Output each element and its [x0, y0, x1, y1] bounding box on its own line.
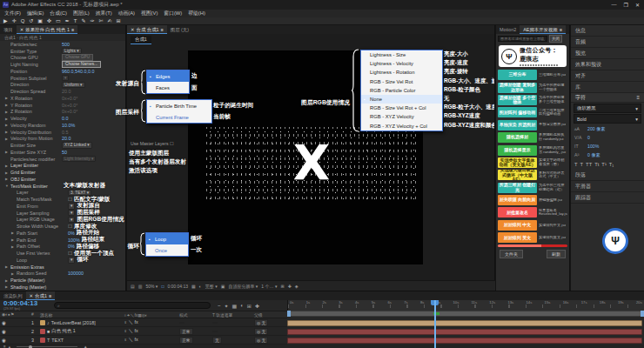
layer-name-cell[interactable]: T TEXT [38, 338, 122, 343]
effect-row[interactable]: ▶ Grid Emitter [0, 169, 125, 176]
character-setting-row[interactable]: Aª 0 像素 [571, 151, 644, 159]
menu-item[interactable]: 编辑(E) [27, 10, 44, 17]
effect-row[interactable]: ▶ Particle (Master) [0, 277, 125, 284]
comp-navigator-chip[interactable]: 合成1 [131, 36, 151, 44]
effect-row[interactable]: Direction Spread 20.0 [0, 88, 125, 95]
panel-menu-icon[interactable]: ≡ [560, 27, 562, 32]
menu-option[interactable]: RGB - Size Vel Rot + Col [361, 104, 442, 112]
panel-menu-icon[interactable]: ≡ [161, 27, 164, 32]
effect-row[interactable]: Stroke Width Usage ☐ 厚度修改 [0, 223, 125, 230]
work-area-end-handle[interactable] [641, 311, 644, 317]
panel-menu-icon[interactable]: ≡ [71, 27, 74, 32]
dock-panel-tab[interactable]: 音频 [571, 37, 644, 48]
layer-switches[interactable]: ♀ ＼ fx [122, 328, 178, 334]
time-ruler[interactable]: 0s1s2s3s4s5s6s7s8s9s10s11s12s13s14s15s16… [287, 300, 644, 311]
timeline-toggle-icon[interactable]: ▦ [232, 303, 238, 309]
dock-panel-tab[interactable]: 信息 [571, 25, 644, 37]
panel-menu-icon[interactable]: ≡ [636, 95, 640, 100]
work-area-start-handle[interactable] [287, 311, 291, 317]
effect-row[interactable]: Use First Vertex ☐ 使用第一个顶点 [0, 250, 125, 257]
dropdown-option[interactable]: Current Frame [147, 111, 211, 123]
property-value[interactable]: 100000 [68, 271, 84, 276]
script-button[interactable]: 实现类似文字集体动画（英文版AE） [498, 157, 537, 168]
menu-item[interactable]: 视图(V) [141, 10, 158, 17]
col-trkmat[interactable]: T 轨道遮罩 [211, 312, 252, 318]
viewer-bar-item[interactable]: ◈ [295, 284, 299, 289]
layer-row[interactable]: ◉ 3 T TEXT ♀ ＼ fx 正常 无 ◎ 无 [0, 336, 287, 345]
dock-panel-tab[interactable]: 库 [571, 82, 644, 93]
tool-icon[interactable]: ▭ [56, 17, 61, 24]
property-value[interactable]: 0.0 [62, 116, 69, 121]
timeline-toggle-icon[interactable]: ✦ [225, 303, 229, 309]
character-setting-row[interactable]: 🗚 200 像素 [571, 124, 644, 133]
tab-composition[interactable]: ✕ 合成 合成1 ≡ [127, 25, 167, 34]
layer-duration-bar[interactable] [287, 320, 642, 326]
tool-icon[interactable]: ↺ [29, 17, 33, 24]
property-value[interactable]: 10.0% [62, 123, 75, 128]
style-toggle[interactable]: T [580, 162, 584, 167]
viewer-bar-item[interactable]: 50% ▾ [145, 284, 158, 289]
layer-row[interactable]: ◉ 2 ■ 白色 纯色 1 ♀ ＼ fx 正常 ◎ 无 [0, 327, 287, 336]
property-value[interactable]: 100% [68, 238, 80, 243]
layer-name-cell[interactable]: ♪ TextLoverBeat [2018] [38, 320, 122, 325]
character-setting-value[interactable]: 0 像素 [587, 152, 600, 158]
playhead[interactable] [434, 300, 436, 348]
menu-option[interactable]: Lightness - Velocity [361, 59, 442, 68]
viewer-bar-item[interactable]: ✚ [288, 284, 292, 289]
tool-icon[interactable]: T [74, 17, 77, 24]
menu-option[interactable]: RGB - XYZ Velocity [361, 112, 442, 121]
effect-row[interactable]: ▶ Emission Extras [0, 264, 125, 271]
folder-button[interactable]: 文件夹 [500, 250, 523, 258]
effect-row[interactable]: ▶ Shading (Master) [0, 284, 125, 291]
expand-icon[interactable]: ≡ [3, 345, 6, 348]
refresh-button[interactable]: 刷新 [547, 250, 566, 258]
maximize-button[interactable]: ❐ [624, 2, 628, 8]
script-button[interactable]: 选择层创建 复制多边形体 [498, 83, 537, 93]
font-family-select[interactable]: 微软雅黑▾ [574, 104, 641, 113]
menu-item[interactable]: 动画(A) [118, 10, 135, 17]
style-toggle[interactable]: T₁ [609, 162, 614, 167]
menu-option[interactable]: Lightness - Size [361, 50, 442, 59]
panel-menu-icon[interactable]: ≡ [49, 293, 51, 298]
font-style-select[interactable]: Bold▾ [574, 114, 641, 124]
script-button[interactable]: 层层排列 中文 [498, 220, 537, 231]
dropdown-option[interactable]: ▪ Edges [147, 70, 189, 82]
property-value[interactable]: ▾ [62, 75, 69, 82]
loop-dropdown[interactable]: ▪ Loop Once [145, 232, 189, 257]
dropdown-option[interactable]: ▪ Loop [146, 233, 188, 244]
work-area-bar[interactable] [287, 311, 644, 317]
dock-panel-tab[interactable]: 段落 [571, 170, 644, 181]
menu-option[interactable]: RGB - XYZ Velocity + Col [361, 122, 442, 130]
viewer-bar-item[interactable]: 1 个… ▾ [261, 284, 277, 289]
property-value[interactable]: 500 [62, 42, 70, 47]
property-value[interactable]: Choose GPU [62, 54, 93, 61]
viewer-bar-item[interactable]: 0:00:04:13 [167, 284, 188, 289]
effect-row[interactable]: ▶ Path Start 0% 路径开始 [0, 230, 125, 237]
effect-row[interactable]: Light Naming Choose Names... [0, 61, 125, 68]
tab-close-icon[interactable]: ✕ [30, 293, 34, 298]
effect-row[interactable]: Loop ▾ 循环 [0, 257, 125, 264]
script-button[interactable]: 随机选择层 [498, 132, 537, 143]
timeline-toggle-icon[interactable]: ~ [218, 303, 221, 309]
current-time-display[interactable]: 0:00:04:13 (29.97 fps) [0, 300, 54, 311]
tab-close-icon[interactable]: ✕ [20, 27, 24, 32]
viewer-bar-item[interactable]: ▣ [221, 284, 225, 289]
timeline-zoom-slider[interactable] [17, 346, 77, 347]
menu-item[interactable]: 合成(C) [50, 10, 67, 17]
property-value[interactable]: 0x+0.0° [62, 96, 78, 101]
dropdown-option[interactable]: Faces [147, 82, 189, 93]
script-button[interactable]: 选择层创建 多个空物体 [498, 95, 537, 105]
viewer-bar-item[interactable]: ⊞ [280, 284, 284, 289]
property-value[interactable]: Light Intensity ▾ [62, 156, 96, 163]
dock-panel-tab[interactable]: 效果和预设 [571, 59, 644, 70]
menu-option[interactable]: RGB - Size Vel Rot [361, 77, 442, 86]
effect-row[interactable]: ▶ Velocity Distribution 0.5 [0, 129, 125, 136]
dock-panel-tab[interactable]: 对齐 [571, 70, 644, 82]
minimize-button[interactable]: — [612, 2, 617, 8]
property-value[interactable]: ▾ [68, 257, 75, 264]
character-setting-value[interactable]: 0 [587, 135, 590, 140]
layer-name[interactable]: 白色 纯色 1 [51, 328, 76, 334]
viewer-bar-item[interactable]: 完整 ▾ [205, 284, 218, 289]
effect-row[interactable]: ▶ Emitter Size XYZ 50 [0, 149, 125, 156]
style-toggle[interactable]: Tt [594, 162, 599, 167]
